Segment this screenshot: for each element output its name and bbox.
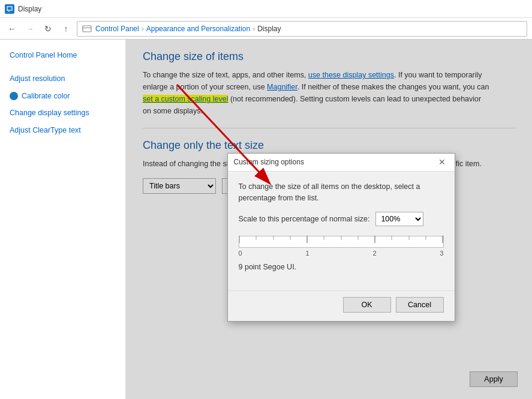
window-icon (5, 4, 14, 14)
up-button[interactable]: ↑ (59, 22, 73, 36)
ruler-labels: 0 1 2 3 (239, 250, 444, 257)
svg-rect-3 (83, 28, 91, 28)
svg-rect-0 (7, 7, 12, 10)
refresh-button[interactable]: ↻ (41, 22, 55, 36)
title-bar: Display (0, 0, 532, 18)
sidebar-item-adjust-resolution[interactable]: Adjust resolution (0, 70, 125, 88)
sidebar-item-change-display-settings[interactable]: Change display settings (0, 104, 125, 122)
breadcrumb-appearance[interactable]: Appearance and Personalization (146, 25, 250, 33)
calibrate-icon (10, 92, 18, 100)
ruler-svg (239, 236, 443, 248)
modal-description: To change the size of all items on the d… (239, 181, 444, 204)
modal-close-button[interactable]: ✕ (435, 155, 449, 169)
scale-row: Scale to this percentage of normal size:… (239, 212, 444, 226)
ruler-label-1: 1 (305, 250, 309, 257)
main-layout: Control Panel Home Adjust resolution Cal… (0, 40, 532, 399)
modal-title: Custom sizing options (234, 158, 304, 166)
modal-footer: OK Cancel (228, 290, 455, 321)
preview-text: 9 point Segoe UI. (239, 263, 444, 271)
address-bar: ← → ↻ ↑ Control Panel › Appearance and P… (0, 18, 532, 40)
ruler-label-0: 0 (239, 250, 242, 257)
scale-dropdown[interactable]: 100% 125% 150% 175% 200% (375, 212, 423, 226)
svg-rect-2 (83, 26, 91, 32)
content-area: Change size of items To change the size … (126, 40, 532, 399)
ruler-label-2: 2 (372, 250, 376, 257)
breadcrumb-controlpanel[interactable]: Control Panel (95, 25, 139, 33)
scale-label: Scale to this percentage of normal size: (239, 215, 370, 223)
sidebar-item-control-panel-home[interactable]: Control Panel Home (0, 47, 125, 64)
cancel-button[interactable]: Cancel (396, 297, 444, 313)
back-button[interactable]: ← (5, 22, 19, 36)
forward-button[interactable]: → (23, 22, 37, 36)
ruler-label-3: 3 (440, 250, 443, 257)
breadcrumb-display: Display (257, 25, 281, 33)
modal-backdrop: Custom sizing options ✕ To change the si… (126, 40, 532, 399)
window-title: Display (18, 5, 41, 13)
modal-titlebar: Custom sizing options ✕ (228, 154, 455, 172)
ruler-track (239, 236, 444, 248)
breadcrumb: Control Panel › Appearance and Personali… (77, 21, 527, 37)
sidebar-item-adjust-cleartype[interactable]: Adjust ClearType text (0, 122, 125, 139)
ruler-container: 0 1 2 3 (239, 236, 444, 257)
custom-sizing-modal: Custom sizing options ✕ To change the si… (227, 153, 455, 322)
ok-button[interactable]: OK (343, 297, 391, 313)
sidebar-item-calibrate-color[interactable]: Calibrate color (0, 88, 125, 105)
modal-body: To change the size of all items on the d… (228, 172, 455, 291)
sidebar: Control Panel Home Adjust resolution Cal… (0, 40, 126, 399)
